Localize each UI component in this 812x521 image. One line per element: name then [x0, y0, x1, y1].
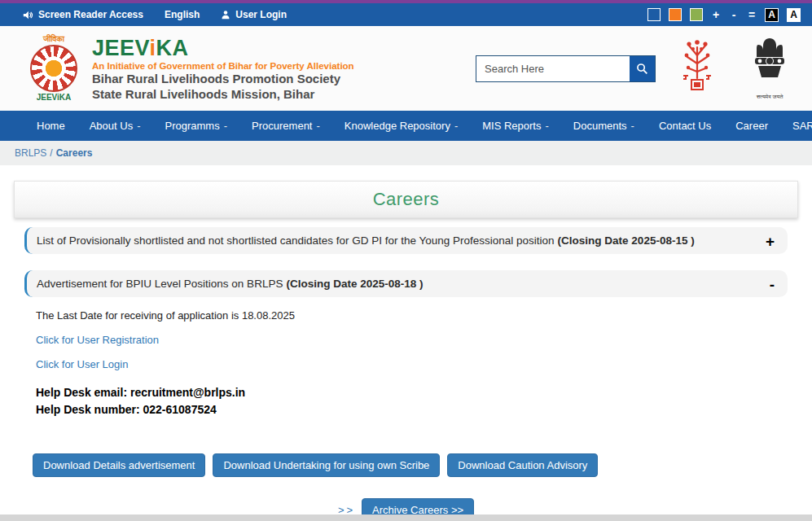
jeevika-logo[interactable]: जीविका JEEViKA: [27, 34, 81, 103]
nav-item-contact-us[interactable]: Contact Us: [647, 111, 723, 141]
search-button[interactable]: [630, 56, 655, 81]
nav-label: SARAS MELA BIHAR: [792, 120, 812, 132]
brand-title: JEEViKA: [92, 36, 354, 60]
breadcrumb-current: Careers: [56, 147, 93, 159]
page: Screen Reader Access English User Login …: [0, 0, 812, 521]
high-contrast-button[interactable]: A: [765, 8, 779, 22]
nav-label: Home: [37, 120, 65, 132]
nav-item-programms[interactable]: Programms-: [153, 111, 240, 141]
accordion-title: List of Provisionally shortlisted and no…: [37, 234, 695, 247]
breadcrumb-separator: /: [50, 147, 52, 159]
nav-label: Knowledge Repository: [345, 120, 450, 132]
dropdown-caret-icon: -: [631, 120, 634, 132]
help-desk-number: Help Desk number: 022-61087524: [36, 401, 812, 418]
user-login-link[interactable]: Click for User Login: [36, 358, 128, 370]
dropdown-caret-icon: -: [454, 120, 458, 132]
help-desk-email: Help Desk email: recruitment@brlps.in: [36, 384, 812, 401]
nav-label: Documents: [573, 120, 627, 132]
page-title-panel: Careers: [14, 181, 798, 218]
nav-label: Programms: [165, 120, 220, 132]
font-decrease-button[interactable]: -: [729, 8, 739, 21]
bihar-government-logo: [682, 36, 713, 101]
user-login-link[interactable]: User Login: [221, 9, 287, 20]
download-buttons-row: Download Details advertisement Download …: [33, 453, 812, 477]
accordion-title-text: Advertisement for BPIU Level Positions o…: [37, 278, 283, 290]
accordion-closing-date: (Closing Date 2025-08-15 ): [558, 234, 695, 247]
emblem-caption: सत्यमेव जयते: [752, 94, 788, 100]
theme-default-button[interactable]: [647, 8, 661, 21]
nav-item-knowledge-repository[interactable]: Knowledge Repository-: [332, 111, 470, 141]
accordion-expanded-content: The Last Date for receiving of applicati…: [36, 309, 812, 418]
national-emblem: सत्यमेव जयते: [752, 37, 788, 100]
footer-strip: [0, 514, 812, 521]
expand-icon[interactable]: +: [766, 233, 775, 248]
site-header: जीविका JEEViKA JEEViKA An Initiative of …: [0, 26, 812, 111]
nav-label: MIS Reports: [482, 120, 541, 132]
page-title: Careers: [373, 189, 440, 210]
download-caution-advisory-button[interactable]: Download Caution Advisory: [447, 453, 598, 477]
main-content: Careers List of Provisionally shortliste…: [0, 165, 812, 521]
screen-reader-label: Screen Reader Access: [38, 9, 143, 20]
brand-tagline: An Initiative of Government of Bihar for…: [92, 61, 354, 71]
search-icon: [636, 63, 648, 75]
nav-item-procurement[interactable]: Procurement-: [239, 111, 332, 141]
nav-label: Procurement: [252, 120, 312, 132]
collapse-icon[interactable]: -: [770, 276, 775, 291]
accordion-closing-date: (Closing Date 2025-08-18 ): [286, 278, 423, 290]
nav-item-documents[interactable]: Documents-: [561, 111, 647, 141]
jeevika-logo-emblem: [30, 45, 77, 92]
topbar-left: Screen Reader Access English User Login: [23, 9, 287, 20]
dropdown-caret-icon: -: [545, 120, 548, 132]
theme-orange-button[interactable]: [669, 8, 682, 21]
search-bar: [476, 55, 656, 82]
help-desk-block: Help Desk email: recruitment@brlps.in He…: [36, 384, 812, 418]
dropdown-caret-icon: -: [316, 120, 319, 132]
org-name-line1: Bihar Rural Livelihoods Promotion Societ…: [92, 71, 354, 86]
language-label: English: [165, 9, 200, 20]
breadcrumb: BRLPS / Careers: [0, 141, 812, 165]
brand-part2: i: [150, 36, 156, 60]
accordion-young-professional[interactable]: List of Provisionally shortlisted and no…: [24, 227, 788, 254]
download-undertaking-scribe-button[interactable]: Download Undertaking for using own Scrib…: [213, 453, 440, 477]
user-login-label: User Login: [235, 9, 287, 20]
nav-label: About Us: [90, 120, 133, 132]
user-registration-link[interactable]: Click for User Registration: [36, 334, 159, 346]
jeevika-logo-hindi-text: जीविका: [27, 34, 81, 44]
font-reset-button[interactable]: =: [747, 8, 757, 21]
normal-contrast-button[interactable]: A: [787, 8, 801, 22]
nav-label: Contact Us: [659, 120, 711, 132]
user-icon: [221, 10, 230, 20]
topbar: Screen Reader Access English User Login …: [0, 3, 812, 26]
accordion-title: Advertisement for BPIU Level Positions o…: [37, 278, 423, 290]
language-link[interactable]: English: [165, 9, 200, 20]
dropdown-caret-icon: -: [137, 120, 140, 132]
jeevika-logo-en-text: JEEViKA: [27, 93, 81, 103]
font-increase-button[interactable]: +: [711, 8, 721, 21]
main-nav: Home About Us- Programms- Procurement- K…: [0, 111, 812, 141]
nav-item-mis-reports[interactable]: MIS Reports-: [470, 111, 561, 141]
nav-item-about-us[interactable]: About Us-: [77, 111, 153, 141]
last-date-text: The Last Date for receiving of applicati…: [36, 309, 812, 322]
nav-item-home[interactable]: Home: [24, 111, 77, 141]
theme-green-button[interactable]: [690, 8, 703, 21]
screen-reader-access-link[interactable]: Screen Reader Access: [23, 9, 143, 20]
topbar-right: + - = A A: [647, 8, 801, 22]
breadcrumb-root-link[interactable]: BRLPS: [15, 147, 46, 159]
brand-block: JEEViKA An Initiative of Government of B…: [92, 36, 354, 102]
nav-item-saras-mela-bihar[interactable]: SARAS MELA BIHAR-: [780, 111, 812, 141]
brand-part1: JEEV: [92, 36, 150, 60]
org-name-line2: State Rural Livelihoods Mission, Bihar: [92, 86, 354, 102]
dropdown-caret-icon: -: [224, 120, 227, 132]
brand-part3: KA: [156, 36, 189, 60]
nav-item-career[interactable]: Career: [723, 111, 780, 141]
nav-label: Career: [735, 120, 768, 132]
download-details-advertisement-button[interactable]: Download Details advertisement: [33, 453, 205, 477]
speaker-icon: [23, 10, 33, 20]
accordion-title-text: List of Provisionally shortlisted and no…: [37, 234, 555, 247]
accordion-bpiu-positions[interactable]: Advertisement for BPIU Level Positions o…: [24, 270, 788, 297]
search-input[interactable]: [476, 56, 630, 81]
